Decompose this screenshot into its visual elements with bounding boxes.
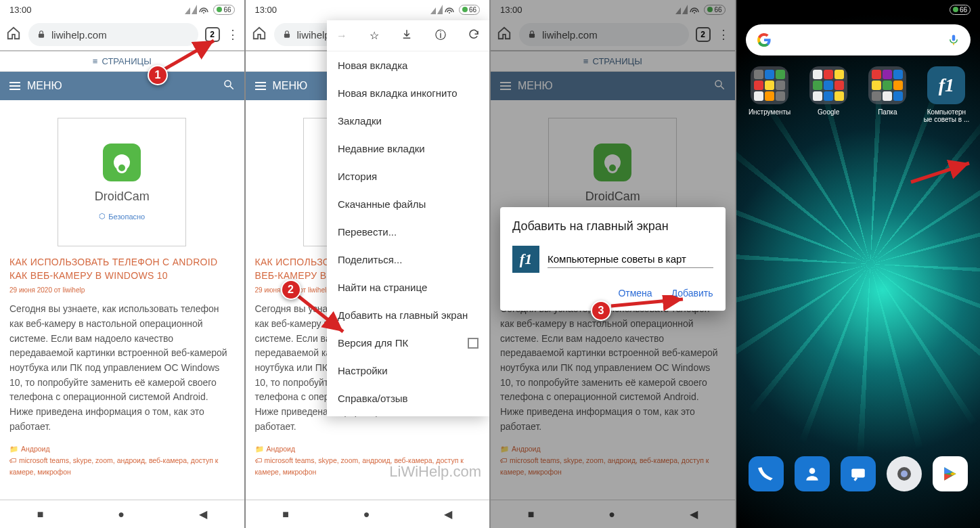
menu-translate[interactable]: Перевести...	[327, 218, 489, 246]
post-title[interactable]: КАК ИСПОЛЬЗОВАТЬ ТЕЛЕФОН С ANDROID КАК В…	[9, 256, 235, 282]
post-tags[interactable]: 📁Андроид🏷 microsoft teams, skype, zoom, …	[9, 443, 235, 477]
lock-icon	[37, 30, 46, 39]
folder-misc[interactable]: Папка	[864, 66, 912, 123]
post-body: Сегодня вы узнаете, как использовать тел…	[9, 302, 235, 434]
download-icon[interactable]	[401, 28, 413, 43]
menu-share[interactable]: Поделиться...	[327, 246, 489, 273]
watermark: LiWiHelp.com	[389, 463, 481, 481]
shortcut-liwihelp[interactable]: f1 Компьютерн ые советы в ...	[922, 66, 971, 123]
screen-3: 13:00 66 liwihelp.com 2 ⋮ ≡СТРАНИЦЫ МЕНЮ…	[491, 0, 735, 528]
callout-2: 2	[281, 280, 301, 300]
menu-recent-tabs[interactable]: Недавние вкладки	[327, 135, 489, 162]
svg-rect-1	[39, 34, 44, 38]
menu-help[interactable]: Справка/отзыв	[327, 384, 489, 412]
camera-app-icon[interactable]	[887, 456, 922, 491]
menu-bookmarks[interactable]: Закладки	[327, 107, 489, 135]
google-search-bar[interactable]	[746, 24, 971, 56]
nav-home-icon[interactable]: ●	[118, 508, 125, 521]
messages-app-icon[interactable]	[841, 456, 876, 491]
svg-point-11	[809, 468, 815, 474]
signal-icon	[185, 5, 209, 14]
liwihelp-icon: f1	[927, 66, 965, 104]
post-image: DroidCam ⬡Безопасно	[58, 118, 186, 246]
star-icon[interactable]: ☆	[370, 29, 379, 42]
menu-history[interactable]: История	[327, 162, 489, 190]
svg-point-14	[901, 470, 908, 477]
menu-desktop-site[interactable]: Версия для ПК	[327, 329, 489, 357]
chrome-menu-dropdown: → ☆ ⓘ Новая вкладка Новая вкладка инкогн…	[327, 20, 489, 416]
menu-incognito[interactable]: Новая вкладка инкогнито	[327, 79, 489, 107]
menu-settings[interactable]: Настройки	[327, 357, 489, 384]
dock	[736, 456, 981, 500]
hamburger-icon	[9, 82, 20, 90]
menu-new-tab[interactable]: Новая вкладка	[327, 51, 489, 79]
home-icon[interactable]	[5, 26, 22, 43]
screen-2: 13:00 66 liwihelp.com ≡СТРАНИЦЫ МЕНЮ Dro…	[246, 0, 490, 528]
contacts-app-icon[interactable]	[795, 456, 830, 491]
menu-add-to-home[interactable]: Добавить на главный экран	[327, 301, 489, 329]
svg-rect-10	[952, 35, 956, 41]
nav-recent-icon[interactable]: ■	[37, 508, 44, 521]
screen-1: 13:00 66 liwihelp.com 2 ⋮ ≡СТРАНИЦЫ МЕНЮ	[0, 0, 244, 528]
callout-3: 3	[591, 301, 611, 321]
svg-rect-12	[851, 468, 865, 477]
droidcam-icon	[103, 144, 141, 181]
callout-1: 1	[148, 65, 168, 85]
home-icon[interactable]	[251, 26, 267, 43]
svg-point-0	[203, 12, 204, 14]
checkbox-icon[interactable]	[468, 338, 478, 349]
info-icon[interactable]: ⓘ	[435, 28, 446, 43]
menu-dots-icon[interactable]: ⋮	[227, 27, 239, 42]
phone-app-icon[interactable]	[749, 456, 784, 491]
reload-icon[interactable]	[468, 28, 480, 43]
menu-downloads[interactable]: Скачанные файлы	[327, 190, 489, 218]
site-favicon: f1	[512, 246, 539, 273]
svg-point-3	[449, 12, 450, 14]
url-text: liwihelp.com	[51, 29, 107, 41]
shortcut-name-input[interactable]	[548, 250, 713, 268]
post-meta: 29 июня 2020 от liwihelp	[9, 286, 235, 294]
mic-icon[interactable]	[948, 34, 960, 46]
google-icon	[757, 32, 772, 47]
dialog-title: Добавить на главный экран	[512, 219, 713, 234]
folder-google[interactable]: Google	[805, 66, 853, 123]
nav-back-icon[interactable]: ◀	[199, 508, 207, 521]
status-time: 13:00	[9, 5, 32, 15]
battery-icon: 66	[213, 5, 234, 15]
folder-tools[interactable]: Инструменты	[746, 66, 794, 123]
playstore-app-icon[interactable]	[933, 456, 968, 491]
svg-rect-4	[284, 34, 289, 38]
forward-icon[interactable]: →	[336, 30, 347, 42]
statusbar: 13:00 66	[0, 0, 244, 19]
menu-find[interactable]: Найти на странице	[327, 273, 489, 301]
android-navbar: ■ ● ◀	[0, 500, 244, 528]
lock-icon	[282, 30, 292, 39]
screen-4: 13:01 66 Инструменты Google Папка f1 Ком…	[736, 0, 981, 528]
